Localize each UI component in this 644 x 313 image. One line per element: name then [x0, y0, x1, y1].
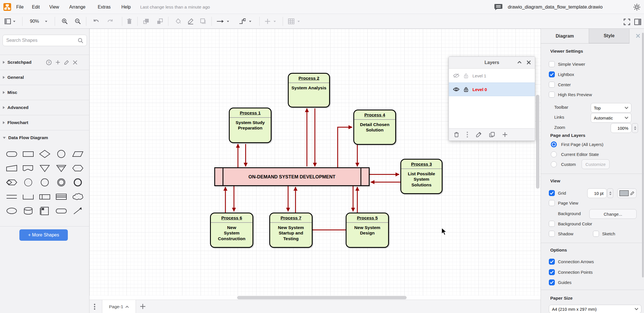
comments-icon[interactable] — [494, 3, 503, 11]
tab-page-1[interactable]: Page-1 — [102, 300, 136, 313]
add-page-icon[interactable] — [140, 303, 146, 310]
shape-rounded-box[interactable] — [53, 204, 70, 218]
collapse-icon[interactable] — [517, 61, 522, 64]
shape-funnel[interactable] — [53, 161, 70, 175]
scratchpad-close-icon[interactable] — [73, 60, 77, 65]
connection-points-checkbox[interactable] — [549, 269, 555, 275]
grid-size-stepper[interactable] — [607, 188, 613, 198]
insert-dropdown-caret[interactable] — [274, 18, 276, 25]
more-shapes-button[interactable]: + More Shapes — [19, 229, 68, 241]
process-node-process-3[interactable]: Process 3List Possible System Solutions — [400, 159, 443, 194]
process-node-process-6[interactable]: Process 6New System Construction — [210, 213, 253, 248]
menu-file[interactable]: File — [16, 0, 24, 14]
shape-circle-plain[interactable] — [36, 175, 53, 190]
waypoints-dropdown-caret[interactable] — [249, 18, 251, 25]
links-select[interactable]: Automatic — [591, 113, 631, 123]
simple-viewer-checkbox[interactable] — [549, 61, 555, 67]
shape-open-rectangle[interactable] — [20, 190, 36, 204]
visibility-on-icon[interactable] — [453, 87, 460, 92]
shadow-icon[interactable] — [200, 18, 206, 25]
edit-layer-icon[interactable] — [476, 132, 482, 137]
lightbox-checkbox[interactable] — [549, 71, 555, 77]
undo-icon[interactable] — [93, 18, 100, 25]
light-mode-icon[interactable] — [633, 3, 641, 11]
grid-checkbox[interactable] — [549, 190, 555, 196]
line-color-icon[interactable] — [188, 18, 194, 25]
zoom-dropdown-caret[interactable] — [45, 18, 47, 25]
connection-icon[interactable] — [217, 18, 224, 25]
shape-hexagon[interactable] — [70, 161, 86, 175]
shape-bold-circle[interactable] — [70, 175, 86, 190]
shape-parallel-lines[interactable] — [3, 190, 20, 204]
table-icon[interactable] — [288, 18, 295, 25]
center-checkbox[interactable] — [549, 82, 555, 88]
background-color-checkbox[interactable] — [549, 221, 555, 227]
sidebar-section-scratchpad[interactable]: Scratchpad ? — [0, 55, 89, 70]
customize-button[interactable]: Customize — [582, 159, 610, 169]
custom-radio[interactable] — [551, 161, 557, 167]
sidebar-section-misc[interactable]: Misc — [0, 85, 89, 100]
zoom-level-button[interactable]: 90% — [27, 18, 42, 25]
shape-rounded-rectangle[interactable] — [3, 147, 20, 161]
guides-checkbox[interactable] — [549, 279, 555, 285]
sidebar-section-advanced[interactable]: Advanced — [0, 100, 89, 115]
scratchpad-help-icon[interactable]: ? — [46, 60, 52, 65]
add-layer-icon[interactable] — [502, 132, 508, 137]
delete-icon[interactable] — [127, 18, 132, 25]
layer-row-level1[interactable]: Level 1 — [449, 69, 535, 83]
shape-parallelogram[interactable] — [70, 147, 86, 161]
tab-diagram[interactable]: Diagram — [541, 29, 589, 43]
layers-window-titlebar[interactable]: Layers — [449, 57, 535, 69]
background-change-button[interactable]: Change... — [589, 209, 637, 219]
menu-help[interactable]: Help — [121, 0, 131, 14]
format-panel-toggle-icon[interactable] — [634, 18, 641, 25]
scratchpad-add-icon[interactable] — [56, 60, 60, 65]
shape-or-junction[interactable] — [3, 175, 20, 190]
vertical-scrollbar[interactable] — [536, 95, 539, 189]
shape-note[interactable] — [36, 204, 53, 218]
fullscreen-icon[interactable] — [623, 18, 630, 25]
shape-divided-rectangle[interactable] — [36, 190, 53, 204]
view-dropdown-caret[interactable] — [13, 18, 15, 25]
menu-view[interactable]: View — [49, 0, 59, 14]
process-node-process-4[interactable]: Process 4Detail Chosen Solution — [353, 110, 396, 145]
menu-edit[interactable]: Edit — [32, 0, 40, 14]
shape-circle-thin[interactable] — [20, 175, 36, 190]
visibility-off-icon[interactable] — [453, 73, 460, 78]
close-icon[interactable] — [527, 60, 531, 65]
shape-circle[interactable] — [53, 147, 70, 161]
shadow-checkbox[interactable] — [549, 231, 555, 237]
first-page-radio[interactable] — [551, 141, 557, 147]
process-node-process-7[interactable]: Process 7New System Startup and Testing — [269, 213, 313, 248]
process-node-process-5[interactable]: Process 5New System Design — [346, 213, 389, 248]
lock-icon[interactable] — [464, 87, 468, 92]
sidebar-section-general[interactable]: General — [0, 70, 89, 85]
menu-arrange[interactable]: Arrange — [69, 0, 85, 14]
panel-close-icon[interactable] — [636, 34, 640, 38]
unlock-icon[interactable] — [464, 73, 468, 79]
scratchpad-edit-icon[interactable] — [64, 60, 69, 65]
shape-inverted-triangle[interactable] — [36, 161, 53, 175]
sidebar-section-flowchart[interactable]: Flowchart — [0, 115, 89, 130]
connection-arrows-checkbox[interactable] — [549, 259, 555, 265]
redo-icon[interactable] — [107, 18, 113, 25]
high-res-preview-checkbox[interactable] — [549, 92, 555, 98]
layer-row-level0[interactable]: Level 0 — [449, 83, 535, 96]
zoom-input[interactable]: 100% — [611, 123, 631, 133]
process-node-process-1[interactable]: Process 1System Study Preparation — [229, 108, 272, 143]
to-front-icon[interactable] — [143, 18, 149, 25]
shape-diamond[interactable] — [36, 147, 53, 161]
duplicate-layer-icon[interactable] — [489, 132, 495, 137]
zoom-stepper[interactable] — [632, 123, 638, 133]
view-panels-button[interactable] — [4, 18, 11, 25]
shape-double-circle[interactable] — [53, 175, 70, 190]
search-icon[interactable] — [78, 38, 83, 43]
sidebar-section-data-flow-diagram[interactable]: Data Flow Diagram — [0, 130, 89, 145]
process-node-process-2[interactable]: Process 2System Analysis — [288, 73, 330, 108]
layer-menu-icon[interactable] — [466, 131, 468, 138]
zoom-out-icon[interactable] — [75, 18, 81, 25]
toolbar-select[interactable]: Top — [591, 103, 631, 113]
search-input[interactable] — [6, 38, 78, 43]
table-dropdown-caret[interactable] — [297, 18, 300, 25]
page-view-checkbox[interactable] — [549, 200, 555, 206]
